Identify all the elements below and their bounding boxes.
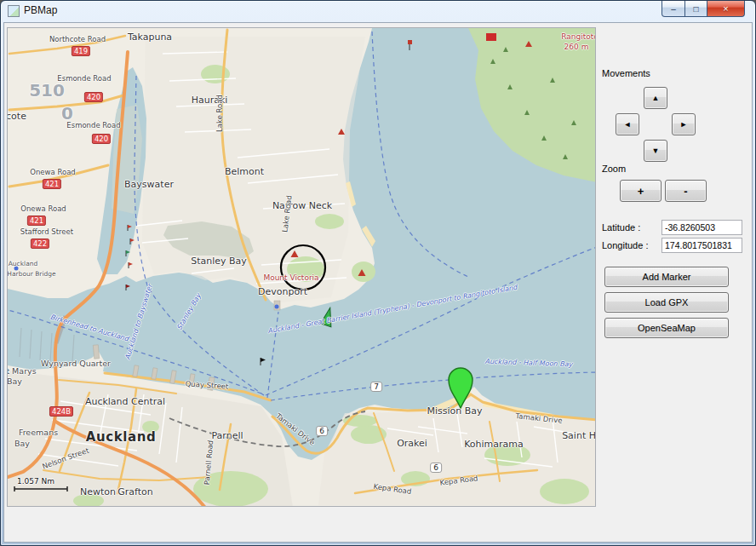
arrow-left-icon: ◄ [624,120,632,129]
map-label: 6 [316,426,328,436]
map-label: 1.057 Nm [17,477,54,486]
caption-buttons: – □ × [662,1,745,17]
map-label: Bayswater [124,179,174,190]
map-label: Wynyard Quarter [41,359,111,368]
plus-icon: + [638,185,644,198]
load-gpx-button[interactable]: Load GPX [604,292,729,313]
map-label: Devonport [258,286,307,297]
minimize-button[interactable]: – [662,1,685,17]
move-down-button[interactable]: ▼ [644,140,667,162]
map-label: Quay Street [185,379,228,391]
map-label: t Marys [7,366,37,376]
map-label: 6 [430,463,442,473]
map-label: Kohimarama [464,439,524,450]
map-label: Rangitoto [561,32,596,41]
map-label: Takapuna [128,32,172,43]
map-label: Orakei [397,438,427,449]
map-label: Narrow Neck [272,200,332,211]
longitude-input[interactable] [662,238,742,253]
map-label: Mount Victoria [263,273,318,282]
app-window: PBMap – □ × [0,0,756,546]
arrow-up-icon: ▲ [652,94,660,102]
map-label: 260 m [564,43,589,51]
openseamap-button[interactable]: OpenSeaMap [604,318,729,338]
close-button[interactable]: × [707,1,745,17]
map-label: Auckland [86,429,157,445]
minus-icon: - [684,185,687,198]
map-label: Bay [14,439,30,448]
map-label: 421 [27,216,46,226]
map-label: Nelson Street [41,445,89,470]
close-icon: × [723,3,728,14]
map-label: 419 [72,46,90,56]
map-label: cote [7,111,26,122]
map-label: Bay [7,376,22,386]
map-label: Newton [80,486,116,497]
map-label-layer: TakapunaHaurakiBelmontNarrow NeckBayswat… [8,28,595,506]
map-label: Lake Road [280,195,293,233]
map-label: Auckland to Bayswater [123,284,154,361]
map-label: Onewa Road [30,168,76,176]
latitude-label: Latitude : [602,222,640,233]
map-label: Kepa Road [373,482,412,496]
map-label: Mission Bay [427,405,482,417]
map-label: Onewa Road [20,204,66,213]
map-label: 420 [84,92,103,102]
longitude-label: Longitude : [602,240,648,250]
map-label: Hauraki [192,95,228,106]
map-label: 0 [61,103,73,124]
maximize-button[interactable]: □ [684,1,707,17]
move-left-button[interactable]: ◄ [616,113,639,135]
map-label: 421 [43,179,61,189]
latitude-input[interactable] [662,220,742,235]
move-right-button[interactable]: ► [672,113,696,135]
map-label: Auckland Central [85,396,165,407]
zoom-out-button[interactable]: - [665,180,707,202]
arrow-down-icon: ▼ [652,147,660,155]
map-label: Northcote Road [49,35,106,43]
map-label: Saint Heliers [562,430,596,441]
map-label: Stafford Street [20,227,73,236]
map-label: Harbour Bridge [7,270,55,278]
move-up-button[interactable]: ▲ [644,87,667,109]
maximize-icon: □ [693,4,698,14]
add-marker-button[interactable]: Add Marker [604,267,729,287]
map-label: Grafton [117,486,152,497]
map-label: 422 [31,239,49,249]
zoom-label: Zoom [602,164,626,174]
map-label: 420 [92,134,111,144]
map-label: Belmont [225,166,264,177]
map-label: Auckland - Half Moon Bay [484,358,572,369]
map-label: Auckland - Great Barrier Island (Tryphen… [267,284,518,335]
map-label: Stanley Bay [175,292,203,331]
minimize-icon: – [671,4,676,14]
window-title: PBMap [24,4,57,16]
arrow-right-icon: ► [680,120,688,129]
map-label: Parnell [211,430,243,441]
map-label: Birkenhead to Auckland [49,313,129,343]
app-icon [8,5,20,17]
map-label: 7 [370,382,382,392]
zoom-in-button[interactable]: + [620,180,662,202]
map-label: Esmonde Road [66,121,120,129]
map-label: Freemans [19,428,58,437]
map-label: 510 [29,80,65,101]
map-label: Tamaki Drive [515,411,563,425]
map-label: Lake Road [215,95,224,132]
map-canvas[interactable]: TakapunaHaurakiBelmontNarrow NeckBayswat… [7,27,596,507]
map-label: Parnell Road [203,440,215,485]
map-label: Esmonde Road [57,74,111,83]
map-label: Kepa Road [439,474,478,486]
map-label: Auckland [9,260,38,267]
map-label: Stanley Bay [191,256,247,267]
movements-label: Movements [602,68,650,78]
map-label: 424B [49,406,73,417]
map-label: Tamaki Drive [274,411,317,447]
